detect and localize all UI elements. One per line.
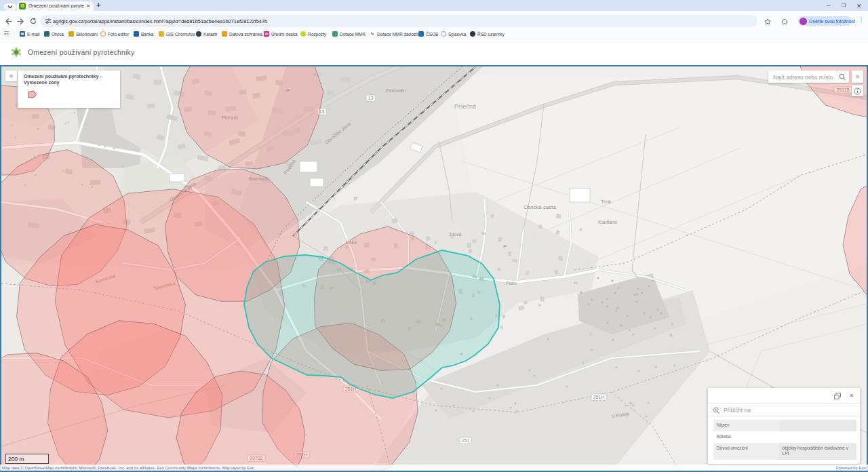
- svg-text:Pisečná: Pisečná: [454, 103, 476, 110]
- svg-text:251: 251: [462, 438, 470, 443]
- svg-text:Polní: Polní: [506, 281, 517, 286]
- svg-text:251H: 251H: [593, 395, 605, 399]
- svg-text:Jílová: Jílová: [449, 232, 461, 237]
- svg-text:Kaufland: Kaufland: [598, 220, 617, 224]
- svg-text:Zimoveň: Zimoveň: [385, 87, 406, 94]
- svg-text:Trink: Trink: [601, 199, 612, 204]
- svg-text:Otvická cesta: Otvická cesta: [524, 204, 557, 210]
- svg-text:P: P: [354, 196, 357, 202]
- svg-text:13: 13: [368, 96, 374, 100]
- svg-text:P: P: [503, 243, 507, 250]
